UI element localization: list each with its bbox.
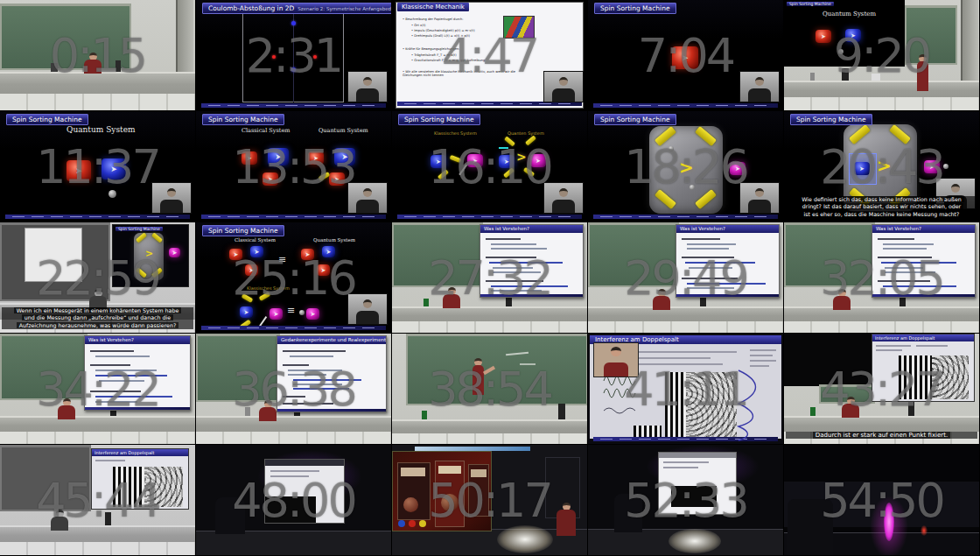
lecturer: [259, 400, 276, 421]
thumb-r3c4[interactable]: Was ist Verstehen? 29:49: [588, 222, 784, 334]
thumb-r3c1[interactable]: Spin Sorting Machine Wenn ich ein Messge…: [0, 222, 196, 334]
thumb-r3c5[interactable]: Was ist Verstehen? 32:05: [784, 222, 980, 334]
magenta-spin-cube: [730, 162, 746, 175]
thumb-r1c2[interactable]: Coulomb-Abstoßung in 2DSzenario 2: Symme…: [196, 0, 392, 111]
thumb-r4c2[interactable]: Gedankenexperimente und Realexperimente …: [196, 334, 392, 445]
red-spin-cube: [262, 172, 278, 186]
thumb-r2c3[interactable]: Spin Sorting Machine Klassisches System …: [392, 111, 588, 222]
thumb-r5c3[interactable]: 50:17: [392, 445, 588, 556]
bright-light: [668, 529, 721, 553]
thumb-r1c3[interactable]: Klassische Mechanik Beschreibung der Pap…: [392, 0, 588, 111]
slide-title-chip: Klassische Mechanik: [397, 3, 469, 11]
lecturer: [653, 289, 670, 310]
red-spin-cube: [816, 30, 831, 43]
lecturer: [842, 397, 859, 418]
blue-spin-cube: [102, 158, 126, 179]
chalkboard: [0, 334, 88, 400]
red-particle: [272, 55, 276, 59]
classical-system-label: Classical System: [242, 127, 290, 134]
thumb-r3c3[interactable]: Was ist Verstehen? 27:32: [392, 222, 588, 334]
subtitle-captions: Dadurch ist er stark auf einen Punkt fix…: [786, 432, 977, 440]
slide-panel: Was ist Verstehen?: [872, 224, 976, 298]
slide-header: Spin Sorting Machine: [787, 2, 834, 6]
thumb-r2c2[interactable]: Spin Sorting Machine Classical System Qu…: [196, 111, 392, 222]
quanten-system-label: Quanten System: [508, 130, 544, 136]
subtitle-captions: Wenn ich ein Messgerät in einem kohärent…: [2, 307, 193, 330]
slide-header: Spin Sorting Machine: [6, 114, 88, 125]
lab-bench: [588, 306, 783, 333]
thumb-r1c5[interactable]: Spin Sorting Machine Quantum System 9:20: [784, 0, 980, 111]
video-contact-sheet: 0:15 Coulomb-Abstoßung in 2DSzenario 2: …: [0, 0, 980, 556]
slide-title: Was ist Verstehen?: [872, 225, 975, 233]
subtitle-line: Wenn ich ein Messgerät in einem kohärent…: [14, 307, 182, 313]
slide-footer-bar: [5, 215, 190, 219]
lecturer-webcam-inset: [739, 182, 780, 214]
quantum-system-label: Quantum System: [822, 11, 876, 18]
lab-bench: [0, 416, 195, 444]
slit-pattern: [665, 372, 686, 440]
thumb-r1c4[interactable]: Spin Sorting Machine 7:04: [588, 0, 784, 111]
dark-area: [784, 334, 872, 386]
thumb-r4c3[interactable]: 38:54: [392, 334, 588, 445]
lab-bench: [0, 525, 195, 555]
thumb-r2c5[interactable]: Spin Sorting Machine Wie definiert sich …: [784, 111, 980, 222]
lecturer-webcam-inset: [543, 71, 584, 102]
chalkboard: [392, 222, 483, 287]
thumb-r5c5[interactable]: 54:50: [784, 445, 980, 556]
dialog-window[interactable]: [658, 452, 737, 515]
yellow-chevron-icon: [877, 155, 892, 176]
blue-spin-cube: [430, 155, 446, 168]
black-strip: [671, 486, 717, 507]
chalkboard: [784, 222, 875, 287]
thumb-r5c1[interactable]: Interferenz am Doppelspalt 45:44: [0, 445, 196, 556]
classical-system-label: Classical System: [234, 237, 276, 243]
blue-spin-cube: [334, 148, 355, 165]
lecturer-webcam-inset: [347, 182, 388, 214]
bullet: Impuls (Geschwindigkeit) p(t) = m·v(t): [411, 29, 475, 32]
slide-title: Spin Sorting Machine: [12, 116, 82, 123]
chalkboard: [196, 334, 280, 402]
subtitle-line: und die Messung dann „aufschreibe“ und d…: [22, 314, 173, 320]
thumb-r4c5[interactable]: Interferenz am Doppelspalt Dadurch ist e…: [784, 334, 980, 445]
subtitle-line: Aufzeichnung herausnehme, was würde dann…: [17, 322, 179, 328]
thumb-r2c4[interactable]: Spin Sorting Machine 18:26: [588, 111, 784, 222]
wave-interference-field: [686, 372, 737, 440]
chalk-marks: [520, 363, 536, 365]
lecturer-webcam-inset: [347, 293, 388, 325]
chalkboard: [0, 4, 131, 70]
thumb-r4c4[interactable]: Interferenz am Doppelspalt 41:11: [588, 334, 784, 445]
lecturer: [58, 398, 75, 419]
slide-panel: Was ist Verstehen?: [480, 224, 584, 298]
slide-title: Spin Sorting Machine: [118, 227, 160, 231]
chalkboard: [0, 445, 91, 511]
bullet: Ort x(t): [411, 24, 425, 27]
slide-color-inset: Spin Sorting Machine: [112, 224, 189, 287]
lecturer: [833, 289, 850, 310]
thumb-r5c2[interactable]: 48:00: [196, 445, 392, 556]
discharge-tube: [884, 503, 894, 541]
blue-particle: [291, 21, 296, 25]
subtitle-line: ist es eher so, dass die Maschine keine …: [802, 211, 962, 217]
klassisches-system-label: Klassisches System: [247, 285, 290, 291]
slide-title: Was ist Verstehen?: [85, 336, 190, 344]
dial-knob: [403, 497, 418, 512]
slide-footer-bar: [397, 215, 582, 219]
slide-header: Spin Sorting Machine: [202, 114, 284, 125]
thumb-r2c1[interactable]: Spin Sorting Machine Quantum System 11:3…: [0, 111, 196, 222]
equivalence-icon: [287, 305, 295, 316]
red-spin-cube: [329, 172, 345, 186]
lecturer-webcam-inset: [347, 71, 388, 102]
lab-bench: [784, 81, 979, 110]
thumb-r4c1[interactable]: Was ist Verstehen? 34:22: [0, 334, 196, 445]
slide-title: Spin Sorting Machine: [404, 116, 474, 123]
slide-title: Spin Sorting Machine: [208, 116, 278, 123]
bullet: Trägheitskraft F_T = m·a(t): [411, 53, 457, 57]
thumb-r1c1[interactable]: 0:15: [0, 0, 196, 111]
slide-image: [503, 16, 535, 39]
blue-spin-cube: [499, 155, 514, 168]
chalkboard: [905, 5, 957, 65]
quantum-system-label: Quantum System: [66, 125, 136, 134]
thumb-r3c2[interactable]: Spin Sorting Machine Classical System Qu…: [196, 222, 392, 334]
dialog-window[interactable]: [264, 459, 345, 524]
thumb-r5c4[interactable]: 52:33: [588, 445, 784, 556]
